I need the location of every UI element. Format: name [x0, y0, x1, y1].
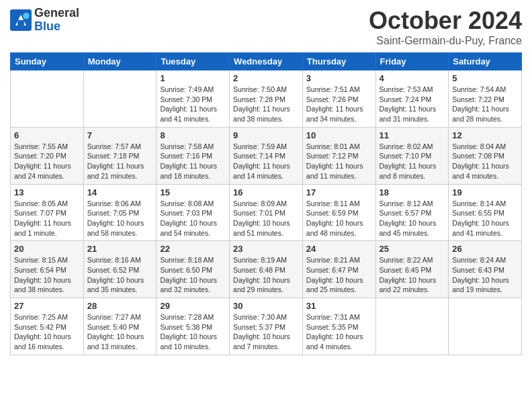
day-number: 29: [160, 301, 226, 311]
day-number: 5: [452, 73, 518, 83]
day-number: 3: [306, 73, 372, 83]
calendar-cell: 28Sunrise: 7:27 AM Sunset: 5:40 PM Dayli…: [83, 298, 157, 355]
calendar-cell: 15Sunrise: 8:08 AM Sunset: 7:03 PM Dayli…: [157, 184, 230, 241]
calendar-cell: 17Sunrise: 8:11 AM Sunset: 6:59 PM Dayli…: [302, 184, 375, 241]
day-of-week-header: Friday: [375, 53, 449, 71]
calendar-cell: 6Sunrise: 7:55 AM Sunset: 7:20 PM Daylig…: [11, 127, 84, 184]
day-info: Sunrise: 8:18 AM Sunset: 6:50 PM Dayligh…: [160, 255, 226, 295]
day-number: 8: [160, 130, 226, 140]
day-number: 13: [14, 187, 80, 197]
calendar-cell: 1Sunrise: 7:49 AM Sunset: 7:30 PM Daylig…: [157, 71, 230, 128]
day-number: 4: [380, 73, 445, 83]
calendar-cell: 24Sunrise: 8:21 AM Sunset: 6:47 PM Dayli…: [302, 241, 375, 298]
header: General Blue October 2024 Saint-Germain-…: [10, 7, 522, 47]
month-title: October 2024: [369, 7, 522, 35]
calendar-cell: 5Sunrise: 7:54 AM Sunset: 7:22 PM Daylig…: [449, 71, 522, 128]
day-number: 9: [233, 130, 299, 140]
calendar-cell: 26Sunrise: 8:24 AM Sunset: 6:43 PM Dayli…: [449, 241, 522, 298]
day-info: Sunrise: 7:27 AM Sunset: 5:40 PM Dayligh…: [87, 312, 153, 352]
day-number: 6: [14, 130, 80, 140]
day-info: Sunrise: 8:11 AM Sunset: 6:59 PM Dayligh…: [306, 199, 372, 238]
day-info: Sunrise: 7:28 AM Sunset: 5:38 PM Dayligh…: [160, 312, 226, 352]
logo-general: General: [34, 7, 79, 20]
day-info: Sunrise: 8:05 AM Sunset: 7:07 PM Dayligh…: [14, 199, 80, 238]
calendar-cell: 16Sunrise: 8:09 AM Sunset: 7:01 PM Dayli…: [230, 184, 303, 241]
day-info: Sunrise: 8:06 AM Sunset: 7:05 PM Dayligh…: [87, 199, 153, 238]
calendar-cell: 3Sunrise: 7:51 AM Sunset: 7:26 PM Daylig…: [302, 71, 375, 128]
day-number: 23: [233, 244, 299, 254]
day-info: Sunrise: 8:08 AM Sunset: 7:03 PM Dayligh…: [160, 199, 226, 238]
day-number: 7: [87, 130, 153, 140]
day-info: Sunrise: 8:15 AM Sunset: 6:54 PM Dayligh…: [14, 255, 80, 295]
day-info: Sunrise: 7:25 AM Sunset: 5:42 PM Dayligh…: [14, 312, 80, 352]
calendar-cell: 7Sunrise: 7:57 AM Sunset: 7:18 PM Daylig…: [83, 127, 157, 184]
calendar-cell: [449, 298, 522, 355]
calendar-cell: 29Sunrise: 7:28 AM Sunset: 5:38 PM Dayli…: [157, 298, 230, 355]
day-info: Sunrise: 8:01 AM Sunset: 7:12 PM Dayligh…: [306, 142, 372, 181]
calendar-cell: 30Sunrise: 7:30 AM Sunset: 5:37 PM Dayli…: [230, 298, 303, 355]
calendar-container: General Blue October 2024 Saint-Germain-…: [0, 0, 532, 365]
day-number: 26: [452, 244, 518, 254]
calendar-table: SundayMondayTuesdayWednesdayThursdayFrid…: [10, 52, 522, 355]
calendar-cell: 20Sunrise: 8:15 AM Sunset: 6:54 PM Dayli…: [11, 241, 84, 298]
logo-icon: [10, 9, 32, 31]
calendar-cell: 21Sunrise: 8:16 AM Sunset: 6:52 PM Dayli…: [83, 241, 157, 298]
calendar-cell: 25Sunrise: 8:22 AM Sunset: 6:45 PM Dayli…: [375, 241, 449, 298]
day-info: Sunrise: 7:55 AM Sunset: 7:20 PM Dayligh…: [14, 142, 80, 181]
day-of-week-header: Tuesday: [157, 53, 230, 71]
calendar-cell: [83, 71, 157, 128]
calendar-week-row: 27Sunrise: 7:25 AM Sunset: 5:42 PM Dayli…: [11, 298, 522, 355]
calendar-week-row: 13Sunrise: 8:05 AM Sunset: 7:07 PM Dayli…: [11, 184, 522, 241]
calendar-cell: 2Sunrise: 7:50 AM Sunset: 7:28 PM Daylig…: [230, 71, 303, 128]
day-info: Sunrise: 7:54 AM Sunset: 7:22 PM Dayligh…: [452, 85, 518, 124]
day-number: 11: [380, 130, 445, 140]
day-number: 31: [306, 301, 372, 311]
calendar-cell: 27Sunrise: 7:25 AM Sunset: 5:42 PM Dayli…: [11, 298, 84, 355]
day-number: 25: [380, 244, 445, 254]
day-info: Sunrise: 8:22 AM Sunset: 6:45 PM Dayligh…: [380, 255, 445, 295]
day-number: 20: [14, 244, 80, 254]
calendar-cell: [11, 71, 84, 128]
calendar-week-row: 6Sunrise: 7:55 AM Sunset: 7:20 PM Daylig…: [11, 127, 522, 184]
day-info: Sunrise: 8:12 AM Sunset: 6:57 PM Dayligh…: [380, 199, 445, 238]
day-info: Sunrise: 7:31 AM Sunset: 5:35 PM Dayligh…: [306, 312, 372, 352]
calendar-cell: 12Sunrise: 8:04 AM Sunset: 7:08 PM Dayli…: [449, 127, 522, 184]
calendar-cell: 19Sunrise: 8:14 AM Sunset: 6:55 PM Dayli…: [449, 184, 522, 241]
calendar-header-row: SundayMondayTuesdayWednesdayThursdayFrid…: [11, 53, 522, 71]
day-info: Sunrise: 8:24 AM Sunset: 6:43 PM Dayligh…: [452, 255, 518, 295]
day-number: 24: [306, 244, 372, 254]
day-of-week-header: Sunday: [11, 53, 84, 71]
day-number: 10: [306, 130, 372, 140]
day-number: 28: [87, 301, 153, 311]
calendar-cell: 14Sunrise: 8:06 AM Sunset: 7:05 PM Dayli…: [83, 184, 157, 241]
day-number: 2: [233, 73, 299, 83]
day-info: Sunrise: 7:50 AM Sunset: 7:28 PM Dayligh…: [233, 85, 299, 124]
day-of-week-header: Wednesday: [230, 53, 303, 71]
day-number: 15: [160, 187, 226, 197]
day-number: 17: [306, 187, 372, 197]
calendar-cell: 22Sunrise: 8:18 AM Sunset: 6:50 PM Dayli…: [157, 241, 230, 298]
calendar-cell: 10Sunrise: 8:01 AM Sunset: 7:12 PM Dayli…: [302, 127, 375, 184]
day-info: Sunrise: 8:16 AM Sunset: 6:52 PM Dayligh…: [87, 255, 153, 295]
calendar-cell: 31Sunrise: 7:31 AM Sunset: 5:35 PM Dayli…: [302, 298, 375, 355]
logo-text: General Blue: [34, 7, 79, 34]
svg-point-3: [23, 13, 30, 19]
day-number: 22: [160, 244, 226, 254]
title-block: October 2024 Saint-Germain-du-Puy, Franc…: [369, 7, 522, 47]
location: Saint-Germain-du-Puy, France: [369, 35, 522, 47]
day-number: 1: [160, 73, 226, 83]
day-number: 18: [380, 187, 445, 197]
day-of-week-header: Saturday: [449, 53, 522, 71]
day-number: 12: [452, 130, 518, 140]
day-number: 16: [233, 187, 299, 197]
day-info: Sunrise: 8:04 AM Sunset: 7:08 PM Dayligh…: [452, 142, 518, 181]
day-of-week-header: Monday: [83, 53, 157, 71]
calendar-cell: 9Sunrise: 7:59 AM Sunset: 7:14 PM Daylig…: [230, 127, 303, 184]
day-number: 30: [233, 301, 299, 311]
day-info: Sunrise: 7:30 AM Sunset: 5:37 PM Dayligh…: [233, 312, 299, 352]
day-number: 21: [87, 244, 153, 254]
day-info: Sunrise: 7:59 AM Sunset: 7:14 PM Dayligh…: [233, 142, 299, 181]
logo: General Blue: [10, 7, 79, 34]
svg-rect-2: [17, 20, 24, 26]
calendar-cell: 11Sunrise: 8:02 AM Sunset: 7:10 PM Dayli…: [375, 127, 449, 184]
